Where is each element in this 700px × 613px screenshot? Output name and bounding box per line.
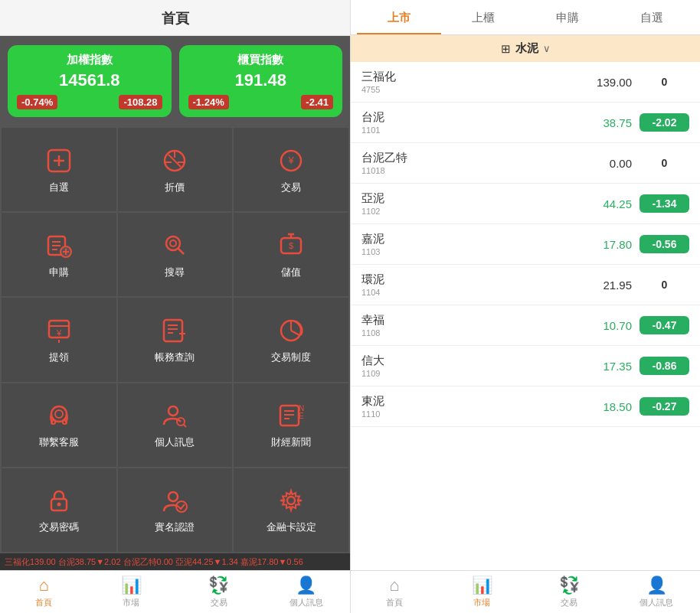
stock-row[interactable]: 幸福 1108 10.70 -0.47 xyxy=(351,305,700,346)
right-market-icon: 📊 xyxy=(472,576,492,595)
stock-code: 11018 xyxy=(361,166,571,175)
person-verify-icon xyxy=(159,485,190,516)
otc-index-pct: -1.24% xyxy=(188,95,229,109)
index-cards: 加權指數 14561.8 -0.74% -108.28 櫃買指數 191.48 … xyxy=(0,36,350,126)
stock-change: 0 xyxy=(639,73,689,91)
tab-listed[interactable]: 上市 xyxy=(357,0,441,34)
stock-code: 1102 xyxy=(361,207,571,216)
menu-item-zhangwu[interactable]: 帳務查詢 xyxy=(118,298,233,381)
lock-icon xyxy=(44,485,74,516)
menu-grid: 自選 折價 ¥ 交易 xyxy=(0,126,350,553)
stock-price: 21.95 xyxy=(571,279,632,292)
weighted-index-card: 加權指數 14561.8 -0.74% -108.28 xyxy=(8,45,172,117)
left-nav-market[interactable]: 📊 市場 xyxy=(87,571,175,613)
menu-item-card[interactable]: 金融卡設定 xyxy=(234,468,348,552)
account-icon xyxy=(159,315,190,346)
stock-info: 嘉泥 1103 xyxy=(361,232,571,256)
tab-ipo[interactable]: 申購 xyxy=(525,0,610,34)
stock-row[interactable]: 亞泥 1102 44.25 -1.34 xyxy=(351,184,700,224)
svg-point-18 xyxy=(170,240,176,246)
left-panel: 首頁 加權指數 14561.8 -0.74% -108.28 櫃買指數 191.… xyxy=(0,0,350,613)
trade-icon: 💱 xyxy=(208,576,229,595)
withdraw-icon: ¥ xyxy=(44,315,74,346)
stock-change: -0.47 xyxy=(639,316,689,334)
right-nav-market-label: 市場 xyxy=(473,597,490,608)
menu-item-shengou[interactable]: 申購 xyxy=(2,213,116,296)
stock-row[interactable]: 東泥 1110 18.50 -0.27 xyxy=(351,386,700,427)
right-nav-trade[interactable]: 💱 交易 xyxy=(525,571,613,613)
menu-item-lianxi[interactable]: 聯繫客服 xyxy=(2,383,116,467)
tab-watchlist[interactable]: 自選 xyxy=(610,0,694,34)
profile-icon: 👤 xyxy=(296,576,316,595)
menu-label-jiaoyi2: 交易制度 xyxy=(271,351,311,364)
menu-label-zhangwu: 帳務查詢 xyxy=(155,351,195,364)
menu-label-news: 財經新聞 xyxy=(271,435,311,449)
weighted-index-title: 加權指數 xyxy=(17,53,162,67)
left-nav-market-label: 市場 xyxy=(123,597,139,608)
stock-price: 44.25 xyxy=(571,197,632,210)
ticker-text: 三福化139.00 台泥38.75▼2.02 台泥乙特0.00 亞泥44.25▼… xyxy=(5,556,303,568)
category-bar[interactable]: ⊞ 水泥 ∨ xyxy=(351,35,700,62)
left-nav-home[interactable]: ⌂ 首頁 xyxy=(0,571,87,613)
menu-item-password[interactable]: 交易密碼 xyxy=(2,468,116,552)
menu-item-zixuan[interactable]: 自選 xyxy=(2,128,116,211)
stock-info: 台泥 1101 xyxy=(361,110,571,135)
stock-change: -2.02 xyxy=(639,113,689,132)
menu-label-chuzhi: 儲值 xyxy=(281,266,301,279)
chart-pie-icon xyxy=(276,315,306,346)
search-circle-icon xyxy=(159,230,190,261)
stock-price: 17.80 xyxy=(571,238,632,251)
person-search-icon xyxy=(159,400,190,431)
stock-price: 18.50 xyxy=(571,400,632,413)
stock-row[interactable]: 環泥 1104 21.95 0 xyxy=(351,265,700,305)
right-profile-icon: 👤 xyxy=(646,576,667,595)
svg-line-36 xyxy=(291,331,299,335)
headset-icon xyxy=(44,400,74,431)
svg-point-54 xyxy=(287,497,295,504)
menu-item-sousun[interactable]: 搜尋 xyxy=(118,213,233,296)
stock-row[interactable]: 嘉泥 1103 17.80 -0.56 xyxy=(351,224,700,265)
left-nav-profile[interactable]: 👤 個人訊息 xyxy=(263,571,350,613)
stock-code: 1101 xyxy=(361,126,571,135)
svg-point-41 xyxy=(168,406,178,416)
stock-code: 1103 xyxy=(361,247,571,256)
weighted-index-value: 14561.8 xyxy=(17,70,162,90)
menu-label-zixuan: 自選 xyxy=(49,181,69,194)
otc-index-changes: -1.24% -2.41 xyxy=(188,95,334,109)
svg-point-52 xyxy=(168,492,178,501)
menu-item-news[interactable]: N E 財經新聞 xyxy=(234,383,348,467)
menu-item-jiaoyi2[interactable]: 交易制度 xyxy=(234,298,348,381)
market-icon: 📊 xyxy=(121,576,142,595)
menu-item-chuzhi[interactable]: $ 儲值 xyxy=(234,213,348,296)
stock-row[interactable]: 三福化 4755 139.00 0 xyxy=(351,62,700,103)
left-nav-trade[interactable]: 💱 交易 xyxy=(175,571,263,613)
gear-icon xyxy=(276,485,306,516)
right-nav-home-label: 首頁 xyxy=(386,597,403,608)
tab-otc[interactable]: 上櫃 xyxy=(441,0,525,34)
stock-row[interactable]: 台泥乙特 11018 0.00 0 xyxy=(351,143,700,184)
menu-label-password: 交易密碼 xyxy=(39,520,79,534)
otc-index-diff: -2.41 xyxy=(301,95,333,109)
left-nav-profile-label: 個人訊息 xyxy=(289,597,323,608)
ticker-bar: 三福化139.00 台泥38.75▼2.02 台泥乙特0.00 亞泥44.25▼… xyxy=(0,553,350,570)
menu-item-geren[interactable]: 個人訊息 xyxy=(118,383,233,467)
stock-code: 1108 xyxy=(361,328,571,337)
otc-index-card: 櫃買指數 191.48 -1.24% -2.41 xyxy=(179,45,343,117)
right-nav-market[interactable]: 📊 市場 xyxy=(438,571,525,613)
right-nav-profile[interactable]: 👤 個人訊息 xyxy=(613,571,700,613)
stock-list: 三福化 4755 139.00 0 台泥 1101 38.75 -2.02 台泥… xyxy=(351,62,700,570)
stock-row[interactable]: 信大 1109 17.35 -0.86 xyxy=(351,346,700,386)
stock-code: 4755 xyxy=(361,85,571,94)
stock-row[interactable]: 台泥 1101 38.75 -2.02 xyxy=(351,103,700,143)
stock-info: 台泥乙特 11018 xyxy=(361,151,571,175)
stock-price: 0.00 xyxy=(571,157,632,170)
menu-item-zhedie[interactable]: 折價 xyxy=(118,128,233,211)
menu-item-tilin[interactable]: ¥ 提領 xyxy=(2,298,116,381)
menu-label-card: 金融卡設定 xyxy=(267,520,316,534)
right-trade-icon: 💱 xyxy=(559,576,580,595)
right-nav-trade-label: 交易 xyxy=(561,597,577,608)
menu-item-jiaoyi[interactable]: ¥ 交易 xyxy=(234,128,348,211)
right-nav-home[interactable]: ⌂ 首頁 xyxy=(351,571,438,613)
menu-item-shiming[interactable]: 實名認證 xyxy=(118,468,233,552)
discount-icon xyxy=(159,145,190,176)
